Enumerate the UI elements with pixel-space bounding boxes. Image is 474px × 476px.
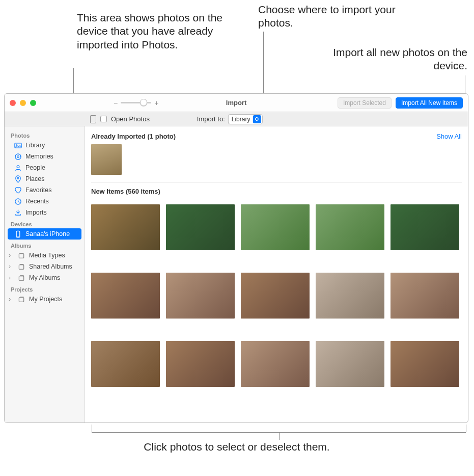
svg-rect-15 [19, 297, 23, 301]
minimize-window-button[interactable] [20, 100, 26, 106]
import-options-bar: Open Photos Import to: Library [5, 112, 468, 126]
sidebar-item-label: My Projects [29, 296, 62, 303]
new-items-title: New Items (560 items) [91, 188, 160, 195]
photo-thumbnail[interactable] [166, 273, 235, 319]
photo-thumbnail[interactable] [166, 341, 235, 387]
svg-rect-16 [20, 297, 24, 297]
sidebar-item-media-types[interactable]: › Media Types [5, 250, 85, 261]
svg-point-5 [17, 177, 18, 179]
new-items-row [91, 273, 462, 326]
sidebar-item-label: Library [25, 142, 45, 149]
sidebar: Photos Library Memories People Places Fa… [5, 126, 85, 422]
people-icon [14, 164, 22, 172]
window-body: Photos Library Memories People Places Fa… [5, 126, 468, 422]
photo-thumbnail[interactable] [316, 341, 384, 387]
already-imported-title: Already Imported (1 photo) [91, 133, 176, 140]
photo-thumbnail[interactable] [241, 273, 310, 319]
svg-rect-10 [20, 253, 24, 253]
photo-thumbnail[interactable] [316, 204, 384, 250]
device-icon [90, 115, 96, 123]
import-all-new-button[interactable]: Import All New Items [396, 97, 463, 109]
sidebar-item-label: Shared Albums [29, 263, 72, 270]
already-imported-thumbs [91, 144, 462, 182]
sidebar-item-label: Places [25, 175, 45, 182]
close-window-button[interactable] [10, 100, 16, 106]
chevron-right-icon: › [9, 252, 13, 259]
callout-click-select: Click photos to select or deselect them. [127, 440, 346, 454]
zoom-in-icon: + [154, 99, 158, 107]
new-items-row [91, 204, 462, 257]
photo-thumbnail[interactable] [166, 204, 235, 250]
photo-thumbnail[interactable] [316, 273, 384, 319]
sidebar-item-favorites[interactable]: Favorites [5, 184, 85, 196]
album-icon [17, 274, 25, 282]
svg-rect-11 [19, 265, 23, 269]
zoom-slider-track[interactable] [121, 102, 151, 103]
photo-thumbnail[interactable] [241, 204, 310, 250]
svg-rect-12 [20, 264, 24, 265]
dropdown-arrows-icon [253, 115, 261, 123]
zoom-slider-knob[interactable] [140, 99, 147, 106]
sidebar-item-label: Media Types [29, 252, 65, 259]
places-icon [14, 175, 22, 183]
clock-icon [14, 197, 22, 205]
photo-thumbnail[interactable] [91, 144, 122, 175]
photo-thumbnail[interactable] [391, 204, 459, 250]
show-all-link[interactable]: Show All [436, 133, 462, 140]
svg-rect-13 [19, 276, 23, 280]
import-to-dropdown[interactable]: Library [228, 114, 263, 124]
sidebar-item-label: Sanaa's iPhone [25, 230, 70, 237]
new-items-row [91, 341, 462, 394]
svg-point-3 [17, 155, 19, 157]
section-divider [91, 182, 462, 182]
photo-thumbnail[interactable] [91, 204, 160, 250]
thumbnail-zoom-slider[interactable]: − + [114, 99, 158, 107]
maximize-window-button[interactable] [30, 100, 36, 106]
titlebar: − + Import Import Selected Import All Ne… [5, 94, 468, 112]
callout-bracket [279, 432, 280, 440]
sidebar-item-my-projects[interactable]: › My Projects [5, 294, 85, 305]
sidebar-item-shared-albums[interactable]: › Shared Albums [5, 261, 85, 272]
album-icon [17, 262, 25, 271]
sidebar-item-people[interactable]: People [5, 162, 85, 173]
photo-thumbnail[interactable] [241, 341, 310, 387]
callout-bracket [466, 425, 466, 432]
sidebar-item-label: Recents [25, 198, 49, 205]
callout-bracket [92, 425, 92, 432]
sidebar-item-imports[interactable]: Imports [5, 207, 85, 218]
photo-thumbnail[interactable] [391, 273, 459, 319]
photo-thumbnail[interactable] [391, 341, 459, 387]
sidebar-item-my-albums[interactable]: › My Albums [5, 272, 85, 283]
sidebar-item-label: Imports [25, 209, 47, 216]
sidebar-item-label: Memories [25, 153, 53, 160]
sidebar-section-projects: Projects [5, 283, 85, 294]
heart-icon [14, 186, 22, 194]
import-selected-button[interactable]: Import Selected [338, 97, 392, 109]
svg-point-4 [17, 165, 19, 168]
photo-thumbnail[interactable] [91, 273, 160, 319]
sidebar-item-places[interactable]: Places [5, 173, 85, 184]
svg-rect-9 [19, 253, 23, 257]
import-to-label: Import to: [197, 115, 225, 123]
sidebar-item-recents[interactable]: Recents [5, 196, 85, 207]
open-photos-checkbox[interactable] [100, 116, 107, 122]
sidebar-section-photos: Photos [5, 129, 85, 140]
library-icon [14, 141, 22, 149]
sidebar-item-label: My Albums [29, 274, 60, 281]
sidebar-item-device[interactable]: Sanaa's iPhone [8, 228, 81, 240]
callout-already-imported: This area shows photos on the device tha… [77, 11, 230, 51]
memories-icon [14, 152, 22, 161]
callout-import-all: Import all new photos on the device. [310, 46, 467, 73]
sidebar-item-library[interactable]: Library [5, 140, 85, 151]
chevron-right-icon: › [9, 263, 13, 270]
sidebar-item-memories[interactable]: Memories [5, 151, 85, 162]
svg-rect-14 [20, 275, 24, 276]
album-icon [17, 251, 25, 259]
photo-thumbnail[interactable] [91, 341, 160, 387]
sidebar-item-label: People [25, 164, 45, 171]
open-photos-label: Open Photos [111, 115, 150, 123]
sidebar-section-devices: Devices [5, 218, 85, 228]
callout-choose-where: Choose where to import your photos. [258, 3, 401, 30]
sidebar-section-albums: Albums [5, 240, 85, 250]
iphone-icon [14, 230, 22, 238]
